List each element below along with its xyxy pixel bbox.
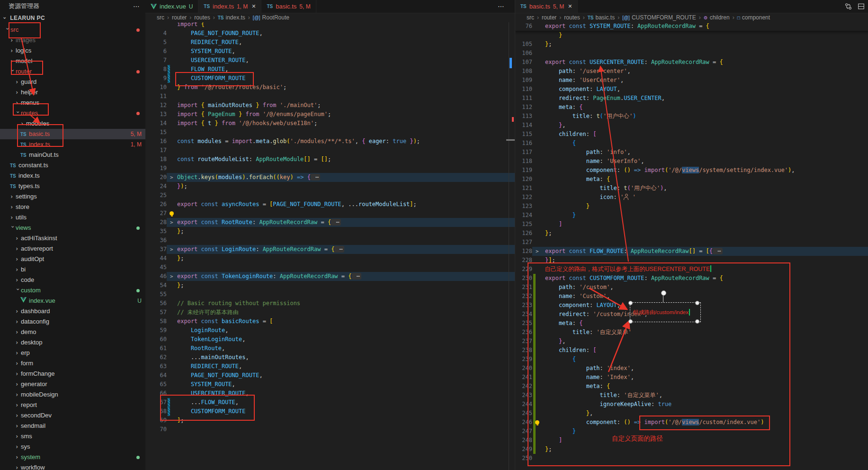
tree-item-src[interactable]: ›src: [0, 25, 145, 35]
code-editor-index-ts[interactable]: import {4 PAGE_NOT_FOUND_ROUTE,5 REDIREC…: [145, 22, 515, 470]
gutter-added-indicator[interactable]: [533, 382, 536, 391]
chevron-down-icon[interactable]: ›: [13, 288, 23, 293]
chevron-right-icon[interactable]: ›: [15, 306, 21, 316]
breadcrumb-item-component[interactable]: component: [742, 14, 770, 21]
tree-item-erp[interactable]: ›erp: [0, 348, 145, 358]
tree-item-store[interactable]: ›store: [0, 202, 145, 212]
gutter-added-indicator[interactable]: [533, 346, 536, 355]
gutter-added-indicator[interactable]: [533, 364, 536, 373]
chevron-right-icon[interactable]: ›: [15, 327, 21, 337]
gutter-added-indicator[interactable]: [533, 400, 536, 409]
chevron-right-icon[interactable]: ›: [15, 421, 21, 431]
gutter-modified-indicator[interactable]: [168, 398, 170, 407]
chevron-right-icon[interactable]: ›: [10, 191, 16, 202]
tree-item-index.ts[interactable]: TSindex.ts: [0, 171, 145, 181]
chevron-right-icon[interactable]: ›: [15, 400, 21, 410]
overview-ruler[interactable]: [509, 22, 515, 470]
gutter-modified-indicator[interactable]: [168, 74, 170, 83]
tree-item-activereport[interactable]: ›activereport: [0, 244, 145, 254]
gutter-modified-indicator[interactable]: [168, 407, 170, 416]
tree-item-helper[interactable]: ›helper: [0, 87, 145, 98]
tree-item-constant.ts[interactable]: TSconstant.ts: [0, 160, 145, 171]
chevron-right-icon[interactable]: ›: [15, 431, 21, 442]
tree-item-form[interactable]: ›form: [0, 358, 145, 369]
gutter-added-indicator[interactable]: [533, 328, 536, 337]
tree-item-index.vue[interactable]: index.vueU: [0, 296, 145, 306]
gutter-added-indicator[interactable]: [533, 301, 536, 310]
tree-item-utils[interactable]: ›utils: [0, 212, 145, 223]
split-editor-icon[interactable]: [844, 2, 852, 10]
gutter-added-indicator[interactable]: [533, 310, 536, 319]
breadcrumb-item-basic.ts[interactable]: basic.ts: [596, 14, 615, 21]
chevron-right-icon[interactable]: ›: [10, 45, 16, 56]
chevron-down-icon[interactable]: ›: [8, 225, 18, 231]
tree-item-mainOut.ts[interactable]: TSmainOut.ts: [0, 150, 145, 160]
annotation-rotate-handle[interactable]: [661, 290, 666, 296]
chevron-right-icon[interactable]: ›: [15, 348, 21, 358]
chevron-right-icon[interactable]: ›: [15, 77, 21, 87]
chevron-right-icon[interactable]: ›: [15, 389, 21, 400]
tree-item-formChange[interactable]: ›formChange: [0, 369, 145, 379]
gutter-added-indicator[interactable]: [533, 409, 536, 418]
gutter-added-indicator[interactable]: [533, 355, 536, 364]
chevron-right-icon[interactable]: ›: [15, 233, 21, 244]
chevron-down-icon[interactable]: ›: [8, 69, 18, 74]
annotation-corner-handle-tr[interactable]: [695, 301, 699, 305]
breadcrumb-item-index.ts[interactable]: index.ts: [226, 14, 245, 21]
tree-item-modules[interactable]: ›modules: [0, 118, 145, 129]
tree-item-guard[interactable]: ›guard: [0, 77, 145, 87]
chevron-down-icon[interactable]: ›: [13, 110, 23, 116]
gutter-added-indicator[interactable]: [533, 391, 536, 400]
annotation-corner-handle-br[interactable]: [695, 319, 699, 324]
tree-item-desktop[interactable]: ›desktop: [0, 337, 145, 348]
tree-item-auditOpt[interactable]: ›auditOpt: [0, 254, 145, 264]
gutter-added-indicator[interactable]: [533, 283, 536, 292]
tree-item-bi[interactable]: ›bi: [0, 264, 145, 275]
annotation-corner-handle-bl[interactable]: [628, 319, 633, 324]
chevron-right-icon[interactable]: ›: [15, 462, 21, 470]
tree-item-basic.ts[interactable]: TSbasic.ts5, M: [0, 129, 145, 139]
tab-index.vue[interactable]: index.vueU: [145, 0, 198, 13]
chevron-right-icon[interactable]: ›: [15, 410, 21, 421]
breadcrumb-item-src[interactable]: src: [157, 14, 164, 21]
chevron-right-icon[interactable]: ›: [15, 254, 21, 264]
tree-item-sendmail[interactable]: ›sendmail: [0, 421, 145, 431]
tree-item-report[interactable]: ›report: [0, 400, 145, 410]
chevron-right-icon[interactable]: ›: [15, 379, 21, 389]
chevron-right-icon[interactable]: ›: [15, 98, 21, 108]
gutter-added-indicator[interactable]: [533, 436, 536, 445]
tree-item-router[interactable]: ›router: [0, 66, 145, 77]
chevron-right-icon[interactable]: ›: [10, 202, 16, 212]
toggle-editor-layout-icon[interactable]: [857, 2, 865, 10]
close-icon[interactable]: ✕: [568, 3, 572, 9]
tree-item-custom[interactable]: ›custom: [0, 285, 145, 296]
chevron-right-icon[interactable]: ›: [15, 264, 21, 275]
chevron-right-icon[interactable]: ›: [15, 369, 21, 379]
chevron-right-icon[interactable]: ›: [15, 358, 21, 369]
tree-item-secondDev[interactable]: ›secondDev: [0, 410, 145, 421]
gutter-added-indicator[interactable]: [533, 445, 536, 454]
tab-overflow-icon[interactable]: ⋯: [498, 2, 504, 10]
breadcrumb-item-CUSTOMFORM_ROUTE[interactable]: CUSTOMFORM_ROUTE: [632, 14, 696, 21]
tree-item-settings[interactable]: ›settings: [0, 191, 145, 202]
lightbulb-icon[interactable]: [170, 211, 174, 216]
tree-item-model[interactable]: ›model: [0, 56, 145, 66]
fold-chevron-icon[interactable]: >: [170, 272, 173, 281]
tree-item-workflow[interactable]: ›workflow: [0, 462, 145, 470]
tab-basic.ts[interactable]: TSbasic.ts5, M: [261, 0, 316, 13]
tree-item-views[interactable]: ›views: [0, 223, 145, 233]
tree-item-types.ts[interactable]: TStypes.ts: [0, 181, 145, 191]
chevron-right-icon[interactable]: ›: [15, 87, 21, 98]
chevron-right-icon[interactable]: ›: [10, 35, 16, 45]
tab-basic.ts[interactable]: TSbasic.ts5, M✕: [515, 0, 578, 13]
tree-item-routes[interactable]: ›routes: [0, 108, 145, 118]
chevron-right-icon[interactable]: ›: [10, 56, 16, 66]
breadcrumb-item-router[interactable]: router: [542, 14, 556, 21]
tree-item-mobileDesign[interactable]: ›mobileDesign: [0, 389, 145, 400]
workspace-root[interactable]: › LEARUN PC: [0, 12, 145, 24]
tree-item-sms[interactable]: ›sms: [0, 431, 145, 442]
gutter-added-indicator[interactable]: [533, 274, 536, 283]
lightbulb-icon[interactable]: [535, 420, 539, 425]
tree-item-code[interactable]: ›code: [0, 275, 145, 285]
chevron-right-icon[interactable]: ›: [10, 212, 16, 223]
